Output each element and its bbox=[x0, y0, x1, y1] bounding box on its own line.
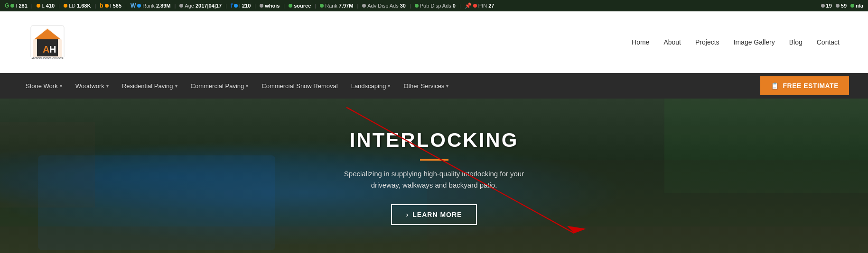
moz-icon: b bbox=[100, 2, 103, 9]
dot-r3 bbox=[850, 4, 854, 8]
svg-text:ActionHomeServices: ActionHomeServices bbox=[32, 56, 63, 60]
g-value: 281 bbox=[19, 3, 27, 9]
main-nav-commercial-paving[interactable]: Commercial Paving ▾ bbox=[184, 73, 255, 99]
chevron-down-icon: ▾ bbox=[388, 83, 390, 89]
dot-moz bbox=[105, 4, 109, 8]
chevron-down-icon: ▾ bbox=[446, 83, 448, 89]
pin-value: 27 bbox=[488, 3, 494, 9]
main-nav-stone-work[interactable]: Stone Work ▾ bbox=[19, 73, 69, 99]
dot-source bbox=[289, 4, 292, 8]
top-bar-right-item-1[interactable]: 19 bbox=[821, 3, 832, 9]
chevron-down-icon: ▾ bbox=[246, 83, 248, 89]
chevron-down-icon: ▾ bbox=[175, 83, 177, 89]
top-bar-right: 19 59 n/a bbox=[821, 3, 863, 9]
top-bar-item-age[interactable]: Age2017|04|17 bbox=[179, 3, 222, 9]
pub-value: 0 bbox=[453, 3, 456, 9]
hero-section: INTERLOCKING Specializing in supplying h… bbox=[0, 99, 868, 253]
dot-indicator bbox=[10, 4, 14, 8]
google-icon: G bbox=[5, 2, 9, 9]
whois-value: whois bbox=[265, 3, 280, 9]
rank2-value: 7.97M bbox=[339, 3, 354, 9]
dot-whois bbox=[260, 4, 263, 8]
top-bar-right-item-2[interactable]: 59 bbox=[836, 3, 847, 9]
top-bar-item-rank[interactable]: W Rank2.89M bbox=[131, 2, 171, 9]
main-nav-residential-paving[interactable]: Residential Paving ▾ bbox=[115, 73, 184, 99]
chevron-down-icon: ▾ bbox=[106, 83, 109, 89]
right-val-2: 59 bbox=[841, 3, 847, 9]
top-bar-item-l[interactable]: L410 bbox=[37, 3, 55, 9]
svg-rect-8 bbox=[0, 122, 95, 208]
chevron-right-icon: › bbox=[406, 211, 409, 218]
dot-rank bbox=[137, 4, 141, 8]
top-bar-item-pin[interactable]: 📌 PIN27 bbox=[465, 2, 495, 9]
learn-more-button[interactable]: › LEARN MORE bbox=[391, 204, 477, 225]
nav-about[interactable]: About bbox=[663, 38, 681, 46]
nav-image-gallery[interactable]: Image Gallery bbox=[734, 38, 775, 46]
dot-r1 bbox=[821, 4, 825, 8]
hero-title: INTERLOCKING bbox=[339, 129, 529, 152]
nav-projects[interactable]: Projects bbox=[695, 38, 719, 46]
top-bar-item-moz[interactable]: b I565 bbox=[100, 2, 121, 9]
nav-blog[interactable]: Blog bbox=[789, 38, 803, 46]
top-bar-item-ld[interactable]: LD1.68K bbox=[64, 3, 91, 9]
moz-value: 565 bbox=[113, 3, 121, 9]
chevron-down-icon: ▾ bbox=[60, 83, 62, 89]
main-nav-snow-removal[interactable]: Commercial Snow Removal bbox=[255, 73, 344, 99]
svg-rect-11 bbox=[0, 226, 868, 253]
top-bar-item-g[interactable]: G I281 bbox=[5, 2, 28, 9]
dot-rank2 bbox=[320, 4, 324, 8]
fb-value: 210 bbox=[242, 3, 251, 9]
main-nav-woodwork[interactable]: Woodwork ▾ bbox=[69, 73, 115, 99]
free-estimate-button[interactable]: 📋 FREE ESTIMATE bbox=[760, 76, 849, 95]
pin-icon: 📌 bbox=[465, 2, 472, 9]
main-navigation: Stone Work ▾ Woodwork ▾ Residential Pavi… bbox=[0, 73, 868, 99]
right-val-3: n/a bbox=[856, 3, 863, 9]
top-bar: G I281 | L410 | LD1.68K | b I565 | W Ran… bbox=[0, 0, 868, 11]
top-bar-left: G I281 | L410 | LD1.68K | b I565 | W Ran… bbox=[5, 2, 816, 9]
top-bar-right-item-3[interactable]: n/a bbox=[850, 3, 863, 9]
hero-divider bbox=[420, 159, 448, 161]
ld-value: 1.68K bbox=[77, 3, 91, 9]
nav-home[interactable]: Home bbox=[632, 38, 649, 46]
main-nav-landscaping[interactable]: Landscaping ▾ bbox=[345, 73, 397, 99]
dot-r2 bbox=[836, 4, 840, 8]
top-bar-item-pub[interactable]: Pub Disp Ads0 bbox=[415, 3, 456, 9]
dot-pub bbox=[415, 4, 419, 8]
source-value: source bbox=[294, 3, 311, 9]
clipboard-icon: 📋 bbox=[771, 82, 779, 90]
dot-ld bbox=[64, 4, 67, 8]
svg-text:A: A bbox=[43, 44, 49, 54]
top-navigation: Home About Projects Image Gallery Blog C… bbox=[632, 38, 840, 46]
age-value: 2017|04|17 bbox=[196, 3, 222, 9]
dot-l bbox=[37, 4, 40, 8]
top-bar-item-adv[interactable]: Adv Disp Ads30 bbox=[362, 3, 406, 9]
main-nav-other-services[interactable]: Other Services ▾ bbox=[397, 73, 455, 99]
fb-icon: f bbox=[231, 2, 233, 9]
site-logo: A H ActionHomeServices bbox=[28, 23, 66, 61]
dot-adv bbox=[362, 4, 366, 8]
svg-text:H: H bbox=[49, 44, 56, 54]
top-bar-item-rank2[interactable]: Rank7.97M bbox=[320, 3, 353, 9]
hero-content: INTERLOCKING Specializing in supplying h… bbox=[339, 129, 529, 225]
nav-contact[interactable]: Contact bbox=[817, 38, 840, 46]
rank-value: 2.89M bbox=[156, 3, 171, 9]
hero-subtitle: Specializing in supplying high-quality i… bbox=[339, 168, 529, 191]
right-val-1: 19 bbox=[826, 3, 832, 9]
site-header: A H ActionHomeServices Home About Projec… bbox=[0, 11, 868, 73]
adv-value: 30 bbox=[400, 3, 406, 9]
dot-pin bbox=[473, 4, 477, 8]
top-bar-item-fb[interactable]: f I210 bbox=[231, 2, 251, 9]
top-bar-item-source[interactable]: source bbox=[289, 3, 311, 9]
logo-area[interactable]: A H ActionHomeServices bbox=[28, 23, 66, 61]
wp-icon: W bbox=[131, 2, 136, 9]
dot-age bbox=[179, 4, 183, 8]
l-value: 410 bbox=[46, 3, 55, 9]
dot-fb bbox=[234, 4, 238, 8]
top-bar-item-whois[interactable]: whois bbox=[260, 3, 280, 9]
